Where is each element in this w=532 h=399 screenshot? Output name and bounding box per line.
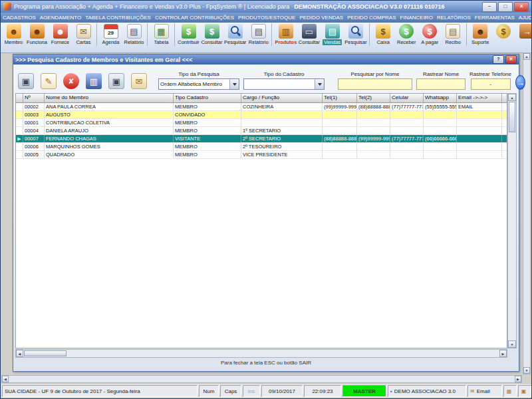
menu-item-tabela-contribuicoes[interactable]: TABELA CONTRIBUIÇÕES [83, 14, 153, 21]
row-pointer [16, 127, 23, 134]
column-header-5[interactable]: Tel(1) [323, 94, 357, 102]
toolbar-item-pesquisar2[interactable]: Pesquisar [344, 23, 367, 46]
column-header-4[interactable]: Cargo / Função [241, 94, 323, 102]
scroll-right-icon[interactable]: ▶ [515, 376, 521, 382]
scroll-right-icon[interactable]: ▶ [499, 350, 507, 357]
search-go-button[interactable]: → [515, 75, 525, 90]
table-icon: ▦ [507, 388, 512, 394]
rastrear-telefone-input[interactable] [471, 78, 511, 90]
toolbar-item-receber[interactable]: $Receber [395, 23, 418, 46]
toolbar-item-recibo[interactable]: ▤Recibo [442, 23, 465, 46]
table-row[interactable]: 00004DANIELA ARAUJOMEMBRO1º SECRETARIO [16, 127, 507, 135]
table-cell: DANIELA ARAUJO [45, 127, 174, 134]
column-header-7[interactable]: Celular [390, 94, 424, 102]
rastrear-telefone-label: Rastrear Telefone [469, 71, 511, 77]
toolbar-item-suporte[interactable]: ☻Suporte [466, 23, 492, 46]
toolbar-item-consultar2[interactable]: ▭Consultar [297, 23, 321, 46]
toolbar-item-tabela[interactable]: ▦Tabela [147, 23, 173, 46]
vscroll-thumb[interactable] [509, 102, 515, 132]
close-button[interactable]: ✕ [514, 2, 529, 12]
toolbar-item-produtos[interactable]: ▥Produtos [271, 23, 297, 46]
printer-icon: ▣ [18, 73, 34, 89]
tipo-cadastro-select[interactable] [243, 78, 325, 90]
toolbar-item-agenda[interactable]: 29Agenda [96, 23, 122, 46]
mail-button[interactable]: ✉ [130, 72, 148, 90]
menu-item-relatorios[interactable]: RELATÓRIOS [435, 14, 473, 21]
pesquisar-nome-input[interactable] [338, 78, 412, 90]
table-row[interactable]: 00003AUGUSTOCONVIDADO [16, 111, 507, 119]
toolbar-item-relatorio1[interactable]: ▤Relatório [122, 23, 146, 46]
products-icon: ▥ [279, 24, 293, 39]
column-header-6[interactable]: Tel(2) [357, 94, 390, 102]
menu-item-agendamento[interactable]: AGENDAMENTO [38, 14, 84, 21]
scroll-down-icon[interactable]: ▼ [508, 340, 516, 348]
table-cell: MARQUINHOS GOMES [45, 143, 174, 150]
delete-button[interactable]: ✘ [63, 72, 80, 90]
grid-horizontal-scrollbar[interactable]: ◀ ▶ [15, 349, 507, 358]
tipo-pesquisa-select[interactable]: Ordem Alfabetica Membro [158, 78, 239, 90]
toolbar-item-moedas[interactable]: $ [492, 23, 515, 40]
chevron-down-icon[interactable] [229, 79, 239, 89]
menu-item-label: PEDIDO VENDAS [299, 15, 343, 21]
toolbar-item-consultar1[interactable]: $Consultar [200, 23, 223, 46]
grid-vertical-scrollbar[interactable]: ▲ ▼ [507, 93, 517, 348]
table-cell: (99)99999-9999 [323, 103, 357, 110]
mdi-horizontal-scrollbar[interactable]: ◀ ▶ [1, 375, 522, 383]
scroll-up-icon[interactable]: ▲ [508, 94, 516, 101]
scroll-left-icon[interactable]: ◀ [16, 350, 23, 357]
menubar: CADASTROSAGENDAMENTOTABELA CONTRIBUIÇÕES… [1, 13, 531, 23]
table-row[interactable]: 00006MARQUINHOS GOMESMEMBRO2º TESOUREIRO [16, 143, 507, 151]
column-header-9[interactable]: Email ->->-> [457, 94, 502, 102]
menu-item-produtos-estoque[interactable]: PRODUTOS/ESTOQUE [236, 14, 297, 21]
toolbar-item-funciona[interactable]: ☻Funciona [25, 23, 49, 46]
search-window-close-button[interactable]: ✕ [505, 55, 517, 64]
book-button[interactable]: ▥ [85, 72, 102, 90]
menu-item-pedido-vendas[interactable]: PEDIDO VENDAS [297, 14, 345, 21]
column-header-8[interactable]: Whatsapp [424, 94, 457, 102]
rastrear-nome-input[interactable] [416, 78, 466, 90]
scroll-down-icon[interactable]: ▼ [523, 367, 530, 374]
search-window: >>> Pesquisa Cadastro de Membros e Visit… [13, 54, 519, 372]
menu-item-pedido-compras[interactable]: PEDIDO COMPRAS [345, 14, 398, 21]
maximize-button[interactable]: □ [498, 2, 513, 12]
toolbar-item-caixa[interactable]: $Caixa [369, 23, 395, 46]
menu-item-controlar-contribuicoes[interactable]: CONTROLAR CONTRIBUIÇÕES [153, 14, 236, 21]
toolbar-item-membro[interactable]: ☻Membro [2, 23, 25, 46]
printer-button[interactable]: ▣ [17, 72, 35, 90]
edit-button[interactable]: ✎ [40, 72, 57, 90]
print-search-button[interactable]: ▣ [108, 72, 125, 90]
table-row[interactable]: 00005QUADRADOMEMBROVICE PRESIDENTE [16, 151, 507, 159]
table-cell: MEMBRO [174, 143, 241, 150]
toolbar-item-sair[interactable]: → [515, 23, 531, 40]
hscroll-thumb[interactable] [24, 350, 66, 356]
table-cell: QUADRADO [45, 151, 174, 158]
toolbar-item-fornece[interactable]: ☻Fornece [49, 23, 72, 46]
toolbar-item-relatorio2[interactable]: ▤Relatório [247, 23, 270, 46]
table-row[interactable]: 00001CONTRIBUICAO COLETIVAMEMBRO [16, 119, 507, 127]
toolbar-item-pesquisar1[interactable]: Pesquisar [223, 23, 247, 46]
mdi-vertical-scrollbar[interactable]: ▲ ▼ [523, 53, 531, 374]
toolbar-item-apagar[interactable]: $A pagar [418, 23, 442, 46]
status-caps: Caps [220, 385, 241, 397]
menu-item-ajuda[interactable]: AJUDA [517, 14, 531, 21]
minimize-button[interactable]: − [482, 2, 497, 12]
help-button[interactable]: ? [493, 55, 504, 64]
column-header-2[interactable]: Nome do Membro [45, 94, 174, 102]
column-header-3[interactable]: Tipo Cadastro [174, 94, 241, 102]
rastrear-telefone-field: Rastrear Telefone [469, 71, 511, 90]
toolbar-item-cartas[interactable]: ✉Cartas [72, 23, 95, 46]
menu-item-financeiro[interactable]: FINANCEIRO [398, 14, 435, 21]
menu-item-ferramentas[interactable]: FERRAMENTAS [473, 14, 517, 21]
table-cell [357, 111, 390, 118]
chevron-down-icon[interactable] [315, 79, 324, 89]
table-row[interactable]: ▶00007FERNANDO CHAGASVISITANTE2º SECRETA… [16, 135, 507, 143]
table-row[interactable]: 00002ANA PAULA CORREAMEMBROCOZINHEIRA(99… [16, 103, 507, 111]
search-window-titlebar[interactable]: >>> Pesquisa Cadastro de Membros e Visit… [13, 55, 519, 65]
toolbar-item-vendas[interactable]: ▤Vendas [321, 23, 344, 46]
column-header-1[interactable]: Nº [23, 94, 45, 102]
scroll-left-icon[interactable]: ◀ [2, 376, 9, 382]
scroll-up-icon[interactable]: ▲ [523, 53, 530, 60]
menu-item-cadastros[interactable]: CADASTROS [1, 14, 38, 21]
toolbar-item-contribuir[interactable]: $Contribuir [174, 23, 200, 46]
supplier-icon: ☻ [53, 24, 68, 39]
